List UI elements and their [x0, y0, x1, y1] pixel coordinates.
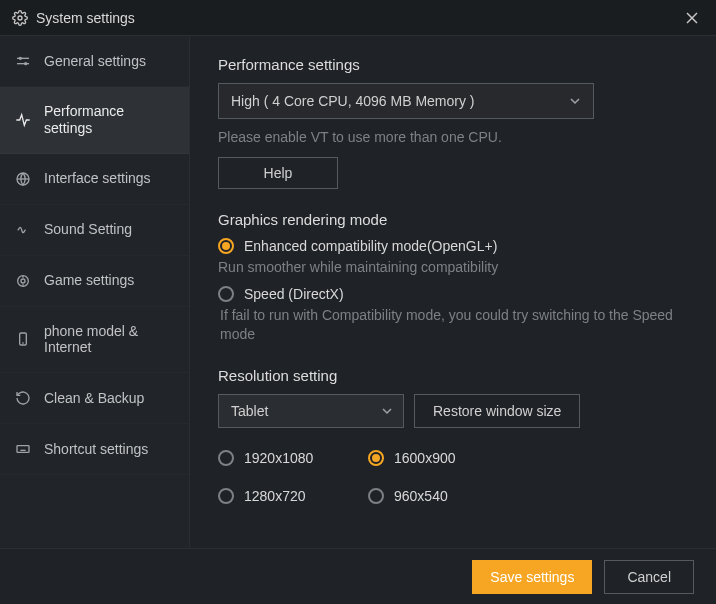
restore-window-size-label: Restore window size	[433, 403, 561, 419]
sound-icon	[14, 221, 32, 239]
graphics-section: Graphics rendering mode Enhanced compati…	[218, 211, 688, 345]
resolution-option-label: 960x540	[394, 488, 448, 504]
section-title-resolution: Resolution setting	[218, 367, 688, 384]
svg-point-10	[21, 279, 25, 283]
chevron-down-icon	[569, 95, 581, 107]
activity-icon	[14, 111, 32, 129]
sidebar-item-label: Interface settings	[44, 170, 175, 187]
graphics-option-directx[interactable]: Speed (DirectX)	[218, 286, 688, 302]
history-icon	[14, 389, 32, 407]
save-button-label: Save settings	[490, 569, 574, 585]
performance-section: Performance settings High ( 4 Core CPU, …	[218, 56, 688, 189]
sidebar-item-game[interactable]: Game settings	[0, 256, 189, 307]
sidebar-item-clean[interactable]: Clean & Backup	[0, 373, 189, 424]
sidebar-item-label: Clean & Backup	[44, 390, 175, 407]
resolution-option-1280x720[interactable]: 1280x720	[218, 488, 368, 504]
cancel-button-label: Cancel	[627, 569, 671, 585]
resolution-section: Resolution setting Tablet Restore window…	[218, 367, 688, 504]
graphics-option-directx-hint: If fail to run with Compatibility mode, …	[218, 306, 688, 345]
save-button[interactable]: Save settings	[472, 560, 592, 594]
close-icon	[686, 12, 698, 24]
close-button[interactable]	[680, 6, 704, 30]
graphics-option-label: Speed (DirectX)	[244, 286, 344, 302]
radio-icon	[368, 450, 384, 466]
phone-icon	[14, 330, 32, 348]
cancel-button[interactable]: Cancel	[604, 560, 694, 594]
sidebar-item-label: General settings	[44, 53, 175, 70]
radio-icon	[368, 488, 384, 504]
graphics-option-label: Enhanced compatibility mode(OpenGL+)	[244, 238, 497, 254]
resolution-mode-select[interactable]: Tablet	[218, 394, 404, 428]
globe-icon	[14, 170, 32, 188]
radio-icon	[218, 450, 234, 466]
radio-icon	[218, 238, 234, 254]
gear-icon	[12, 10, 28, 26]
sidebar-item-label: Performance settings	[44, 103, 175, 137]
radio-icon	[218, 286, 234, 302]
svg-rect-15	[17, 446, 29, 453]
content-panel: Performance settings High ( 4 Core CPU, …	[190, 36, 716, 548]
sidebar-item-shortcut[interactable]: Shortcut settings	[0, 424, 189, 475]
sidebar-item-label: Shortcut settings	[44, 441, 175, 458]
restore-window-size-button[interactable]: Restore window size	[414, 394, 580, 428]
vt-hint-text: Please enable VT to use more than one CP…	[218, 129, 688, 145]
resolution-option-label: 1920x1080	[244, 450, 313, 466]
radio-icon	[218, 488, 234, 504]
resolution-option-1920x1080[interactable]: 1920x1080	[218, 450, 368, 466]
svg-point-0	[18, 16, 22, 20]
sidebar-item-performance[interactable]: Performance settings	[0, 87, 189, 154]
section-title-performance: Performance settings	[218, 56, 688, 73]
performance-level-value: High ( 4 Core CPU, 4096 MB Memory )	[231, 93, 475, 109]
sidebar-item-phone[interactable]: phone model & Internet	[0, 307, 189, 374]
gamepad-icon	[14, 272, 32, 290]
sliders-icon	[14, 52, 32, 70]
sidebar-item-general[interactable]: General settings	[0, 36, 189, 87]
keyboard-icon	[14, 440, 32, 458]
resolution-mode-value: Tablet	[231, 403, 268, 419]
resolution-option-label: 1280x720	[244, 488, 306, 504]
graphics-option-opengl-hint: Run smoother while maintaining compatibi…	[218, 258, 688, 278]
footer: Save settings Cancel	[0, 548, 716, 604]
resolution-option-960x540[interactable]: 960x540	[368, 488, 518, 504]
sidebar: General settings Performance settings In…	[0, 36, 190, 548]
chevron-down-icon	[381, 405, 393, 417]
window-title-group: System settings	[12, 10, 135, 26]
performance-level-select[interactable]: High ( 4 Core CPU, 4096 MB Memory )	[218, 83, 594, 119]
sidebar-item-label: Sound Setting	[44, 221, 175, 238]
resolution-option-label: 1600x900	[394, 450, 456, 466]
resolution-option-1600x900[interactable]: 1600x900	[368, 450, 518, 466]
section-title-graphics: Graphics rendering mode	[218, 211, 688, 228]
window-title: System settings	[36, 10, 135, 26]
help-button-label: Help	[264, 165, 293, 181]
sidebar-item-interface[interactable]: Interface settings	[0, 154, 189, 205]
sidebar-item-label: phone model & Internet	[44, 323, 175, 357]
graphics-option-opengl[interactable]: Enhanced compatibility mode(OpenGL+)	[218, 238, 688, 254]
sidebar-item-label: Game settings	[44, 272, 175, 289]
help-button[interactable]: Help	[218, 157, 338, 189]
sidebar-item-sound[interactable]: Sound Setting	[0, 205, 189, 256]
titlebar: System settings	[0, 0, 716, 36]
